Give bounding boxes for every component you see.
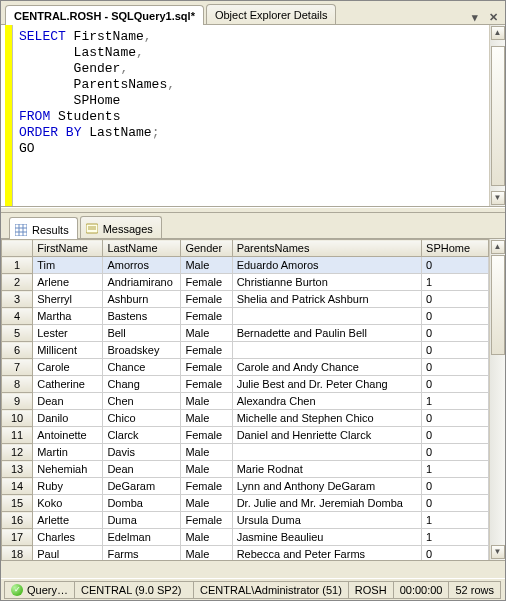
cell-lastname[interactable]: Chang [103, 376, 181, 393]
cell-lastname[interactable]: Andriamirano [103, 274, 181, 291]
cell-sphome[interactable]: 0 [422, 257, 489, 274]
cell-gender[interactable]: Male [181, 444, 232, 461]
scroll-up-icon[interactable]: ▲ [491, 240, 505, 254]
table-row[interactable]: 1TimAmorrosMaleEduardo Amoros0 [2, 257, 489, 274]
cell-lastname[interactable]: Domba [103, 495, 181, 512]
cell-parentsnames[interactable]: Shelia and Patrick Ashburn [232, 291, 421, 308]
row-header[interactable]: 8 [2, 376, 33, 393]
row-header[interactable]: 18 [2, 546, 33, 561]
editor-scrollbar[interactable]: ▲ ▼ [489, 25, 505, 206]
cell-firstname[interactable]: Arlene [33, 274, 103, 291]
cell-sphome[interactable]: 0 [422, 427, 489, 444]
cell-lastname[interactable]: Broadskey [103, 342, 181, 359]
cell-firstname[interactable]: Dean [33, 393, 103, 410]
cell-lastname[interactable]: DeGaram [103, 478, 181, 495]
tab-results[interactable]: Results [9, 217, 78, 239]
window-menu-icon[interactable]: ▾ [467, 10, 483, 24]
table-row[interactable]: 8CatherineChangFemaleJulie Best and Dr. … [2, 376, 489, 393]
cell-firstname[interactable]: Koko [33, 495, 103, 512]
cell-gender[interactable]: Male [181, 325, 232, 342]
tab-sqlquery[interactable]: CENTRAL.ROSH - SQLQuery1.sql* [5, 5, 204, 25]
cell-firstname[interactable]: Millicent [33, 342, 103, 359]
cell-parentsnames[interactable]: Dr. Julie and Mr. Jeremiah Domba [232, 495, 421, 512]
cell-parentsnames[interactable]: Marie Rodnat [232, 461, 421, 478]
table-row[interactable]: 14RubyDeGaramFemaleLynn and Anthony DeGa… [2, 478, 489, 495]
cell-parentsnames[interactable]: Christianne Burton [232, 274, 421, 291]
cell-lastname[interactable]: Davis [103, 444, 181, 461]
row-header[interactable]: 6 [2, 342, 33, 359]
cell-parentsnames[interactable] [232, 444, 421, 461]
cell-gender[interactable]: Female [181, 512, 232, 529]
cell-gender[interactable]: Female [181, 478, 232, 495]
cell-firstname[interactable]: Danilo [33, 410, 103, 427]
cell-firstname[interactable]: Paul [33, 546, 103, 561]
cell-firstname[interactable]: Tim [33, 257, 103, 274]
scroll-down-icon[interactable]: ▼ [491, 191, 505, 205]
cell-sphome[interactable]: 0 [422, 444, 489, 461]
table-row[interactable]: 5LesterBellMaleBernadette and Paulin Bel… [2, 325, 489, 342]
cell-parentsnames[interactable]: Alexandra Chen [232, 393, 421, 410]
row-header[interactable]: 1 [2, 257, 33, 274]
cell-gender[interactable]: Female [181, 376, 232, 393]
cell-sphome[interactable]: 0 [422, 478, 489, 495]
cell-lastname[interactable]: Chance [103, 359, 181, 376]
cell-gender[interactable]: Male [181, 546, 232, 561]
cell-sphome[interactable]: 0 [422, 359, 489, 376]
cell-firstname[interactable]: Arlette [33, 512, 103, 529]
cell-gender[interactable]: Male [181, 410, 232, 427]
scroll-thumb[interactable] [491, 255, 505, 355]
column-header-sphome[interactable]: SPHome [422, 240, 489, 257]
table-row[interactable]: 4MarthaBastensFemale0 [2, 308, 489, 325]
row-header[interactable]: 16 [2, 512, 33, 529]
cell-parentsnames[interactable]: Lynn and Anthony DeGaram [232, 478, 421, 495]
cell-lastname[interactable]: Edelman [103, 529, 181, 546]
cell-gender[interactable]: Male [181, 495, 232, 512]
cell-firstname[interactable]: Catherine [33, 376, 103, 393]
tab-messages[interactable]: Messages [80, 216, 162, 238]
column-header-lastname[interactable]: LastName [103, 240, 181, 257]
cell-parentsnames[interactable]: Rebecca and Peter Farms [232, 546, 421, 561]
cell-firstname[interactable]: Martha [33, 308, 103, 325]
cell-parentsnames[interactable]: Daniel and Henriette Clarck [232, 427, 421, 444]
cell-sphome[interactable]: 0 [422, 308, 489, 325]
cell-firstname[interactable]: Antoinette [33, 427, 103, 444]
table-row[interactable]: 7CaroleChanceFemaleCarole and Andy Chanc… [2, 359, 489, 376]
row-header[interactable]: 10 [2, 410, 33, 427]
row-header[interactable]: 13 [2, 461, 33, 478]
cell-parentsnames[interactable] [232, 342, 421, 359]
column-header-gender[interactable]: Gender [181, 240, 232, 257]
sql-editor[interactable]: SELECT FirstName, LastName, Gender, Pare… [1, 25, 505, 207]
table-row[interactable]: 9DeanChenMaleAlexandra Chen1 [2, 393, 489, 410]
cell-gender[interactable]: Male [181, 257, 232, 274]
cell-sphome[interactable]: 0 [422, 495, 489, 512]
cell-sphome[interactable]: 0 [422, 342, 489, 359]
table-row[interactable]: 10DaniloChicoMaleMichelle and Stephen Ch… [2, 410, 489, 427]
cell-sphome[interactable]: 0 [422, 410, 489, 427]
cell-gender[interactable]: Female [181, 274, 232, 291]
table-row[interactable]: 13NehemiahDeanMaleMarie Rodnat1 [2, 461, 489, 478]
cell-gender[interactable]: Male [181, 461, 232, 478]
row-header[interactable]: 5 [2, 325, 33, 342]
table-row[interactable]: 6MillicentBroadskeyFemale0 [2, 342, 489, 359]
cell-firstname[interactable]: Lester [33, 325, 103, 342]
table-row[interactable]: 15KokoDombaMaleDr. Julie and Mr. Jeremia… [2, 495, 489, 512]
cell-parentsnames[interactable]: Bernadette and Paulin Bell [232, 325, 421, 342]
cell-firstname[interactable]: Martin [33, 444, 103, 461]
scroll-thumb[interactable] [491, 46, 505, 186]
cell-sphome[interactable]: 0 [422, 325, 489, 342]
column-header-firstname[interactable]: FirstName [33, 240, 103, 257]
cell-parentsnames[interactable]: Carole and Andy Chance [232, 359, 421, 376]
scroll-up-icon[interactable]: ▲ [491, 26, 505, 40]
row-header[interactable]: 12 [2, 444, 33, 461]
cell-parentsnames[interactable]: Michelle and Stephen Chico [232, 410, 421, 427]
cell-firstname[interactable]: Sherryl [33, 291, 103, 308]
table-row[interactable]: 2ArleneAndriamiranoFemaleChristianne Bur… [2, 274, 489, 291]
row-header[interactable]: 7 [2, 359, 33, 376]
cell-firstname[interactable]: Carole [33, 359, 103, 376]
row-header[interactable]: 14 [2, 478, 33, 495]
cell-firstname[interactable]: Nehemiah [33, 461, 103, 478]
cell-lastname[interactable]: Chico [103, 410, 181, 427]
cell-sphome[interactable]: 1 [422, 512, 489, 529]
cell-parentsnames[interactable]: Jasmine Beaulieu [232, 529, 421, 546]
tab-object-explorer-details[interactable]: Object Explorer Details [206, 4, 337, 24]
